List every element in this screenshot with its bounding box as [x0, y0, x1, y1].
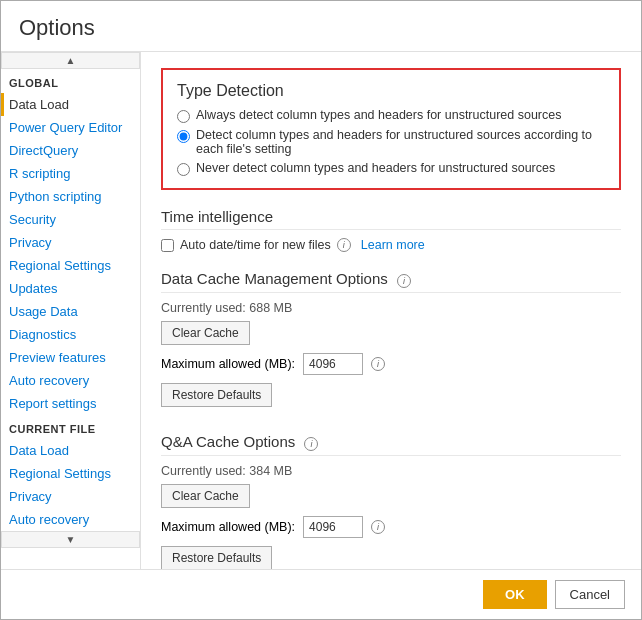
- sidebar-item-cf-auto-recovery[interactable]: Auto recovery: [1, 508, 140, 531]
- dialog-body: ▲ GLOBAL Data LoadPower Query EditorDire…: [1, 52, 641, 569]
- radio-label-per-file: Detect column types and headers for unst…: [196, 128, 605, 156]
- qa-cache-currently-used: Currently used: 384 MB: [161, 464, 621, 478]
- qa-cache-clear-button[interactable]: Clear Cache: [161, 484, 250, 508]
- radio-item-per-file: Detect column types and headers for unst…: [177, 128, 605, 156]
- sidebar-item-preview-features[interactable]: Preview features: [1, 346, 140, 369]
- sidebar-scroll-down[interactable]: ▼: [1, 531, 140, 548]
- learn-more-link[interactable]: Learn more: [361, 238, 425, 252]
- auto-datetime-checkbox[interactable]: [161, 239, 174, 252]
- ok-button[interactable]: OK: [483, 580, 547, 609]
- current-file-section-header: CURRENT FILE: [1, 415, 140, 439]
- qa-cache-restore-button[interactable]: Restore Defaults: [161, 546, 272, 569]
- global-items-container: Data LoadPower Query EditorDirectQueryR …: [1, 93, 140, 415]
- sidebar-item-python-scripting[interactable]: Python scripting: [1, 185, 140, 208]
- data-cache-max-row: Maximum allowed (MB): i: [161, 353, 621, 375]
- data-cache-max-label: Maximum allowed (MB):: [161, 357, 295, 371]
- sidebar-item-auto-recovery-global[interactable]: Auto recovery: [1, 369, 140, 392]
- time-intelligence-title: Time intelligence: [161, 208, 621, 230]
- qa-cache-section: Q&A Cache Options i Currently used: 384 …: [161, 433, 621, 569]
- radio-label-always: Always detect column types and headers f…: [196, 108, 561, 122]
- type-detection-section: Type Detection Always detect column type…: [161, 68, 621, 190]
- sidebar-item-diagnostics[interactable]: Diagnostics: [1, 323, 140, 346]
- radio-item-always: Always detect column types and headers f…: [177, 108, 605, 123]
- radio-always[interactable]: [177, 110, 190, 123]
- data-cache-max-input[interactable]: [303, 353, 363, 375]
- data-cache-title: Data Cache Management Options i: [161, 270, 621, 293]
- data-cache-currently-used: Currently used: 688 MB: [161, 301, 621, 315]
- dialog-title: Options: [1, 1, 641, 52]
- sidebar-item-usage-data[interactable]: Usage Data: [1, 300, 140, 323]
- radio-label-never: Never detect column types and headers fo…: [196, 161, 555, 175]
- current-file-items-container: Data LoadRegional SettingsPrivacyAuto re…: [1, 439, 140, 531]
- qa-cache-max-input[interactable]: [303, 516, 363, 538]
- radio-per-file[interactable]: [177, 130, 190, 143]
- type-detection-title: Type Detection: [177, 82, 605, 100]
- sidebar-scroll-up[interactable]: ▲: [1, 52, 140, 69]
- auto-datetime-label: Auto date/time for new files: [180, 238, 331, 252]
- qa-cache-max-row: Maximum allowed (MB): i: [161, 516, 621, 538]
- sidebar-item-cf-data-load[interactable]: Data Load: [1, 439, 140, 462]
- time-intelligence-section: Time intelligence Auto date/time for new…: [161, 208, 621, 252]
- sidebar-item-updates[interactable]: Updates: [1, 277, 140, 300]
- global-section-header: GLOBAL: [1, 69, 140, 93]
- sidebar-item-cf-regional-settings[interactable]: Regional Settings: [1, 462, 140, 485]
- sidebar-item-regional-settings[interactable]: Regional Settings: [1, 254, 140, 277]
- radio-item-never: Never detect column types and headers fo…: [177, 161, 605, 176]
- sidebar-item-privacy[interactable]: Privacy: [1, 231, 140, 254]
- qa-cache-info-icon: i: [304, 437, 318, 451]
- sidebar: ▲ GLOBAL Data LoadPower Query EditorDire…: [1, 52, 141, 569]
- type-detection-radio-group: Always detect column types and headers f…: [177, 108, 605, 176]
- data-cache-section: Data Cache Management Options i Currentl…: [161, 270, 621, 415]
- sidebar-item-direct-query[interactable]: DirectQuery: [1, 139, 140, 162]
- sidebar-item-cf-privacy[interactable]: Privacy: [1, 485, 140, 508]
- data-cache-restore-button[interactable]: Restore Defaults: [161, 383, 272, 407]
- qa-cache-max-label: Maximum allowed (MB):: [161, 520, 295, 534]
- sidebar-item-data-load[interactable]: Data Load: [1, 93, 140, 116]
- data-cache-clear-button[interactable]: Clear Cache: [161, 321, 250, 345]
- time-intelligence-info-icon: i: [337, 238, 351, 252]
- data-cache-info-icon: i: [397, 274, 411, 288]
- radio-never[interactable]: [177, 163, 190, 176]
- cancel-button[interactable]: Cancel: [555, 580, 625, 609]
- data-cache-max-info-icon: i: [371, 357, 385, 371]
- qa-cache-title: Q&A Cache Options i: [161, 433, 621, 456]
- sidebar-item-power-query-editor[interactable]: Power Query Editor: [1, 116, 140, 139]
- sidebar-item-report-settings[interactable]: Report settings: [1, 392, 140, 415]
- auto-datetime-row: Auto date/time for new files i Learn mor…: [161, 238, 621, 252]
- sidebar-item-r-scripting[interactable]: R scripting: [1, 162, 140, 185]
- options-dialog: Options ▲ GLOBAL Data LoadPower Query Ed…: [0, 0, 642, 620]
- dialog-footer: OK Cancel: [1, 569, 641, 619]
- main-content: Type Detection Always detect column type…: [141, 52, 641, 569]
- sidebar-item-security[interactable]: Security: [1, 208, 140, 231]
- qa-cache-max-info-icon: i: [371, 520, 385, 534]
